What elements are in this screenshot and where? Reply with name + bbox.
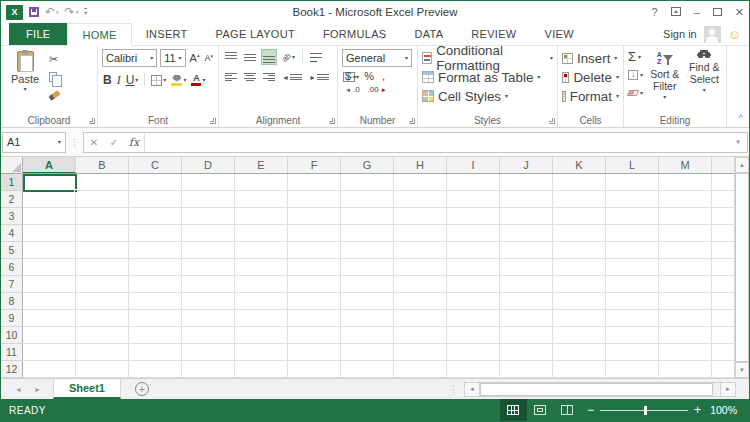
column-header-J[interactable]: J bbox=[500, 157, 553, 173]
feedback-smiley-icon[interactable]: ☺ bbox=[728, 28, 741, 41]
cell-A7[interactable] bbox=[23, 276, 76, 293]
cell-G10[interactable] bbox=[341, 327, 394, 344]
cell-G7[interactable] bbox=[341, 276, 394, 293]
cell-D9[interactable] bbox=[182, 310, 235, 327]
cell-J6[interactable] bbox=[500, 259, 553, 276]
middle-align-button[interactable] bbox=[242, 49, 258, 65]
cell-H5[interactable] bbox=[394, 242, 447, 259]
scroll-up-button[interactable]: ▲ bbox=[735, 157, 749, 173]
fill-handle[interactable] bbox=[74, 189, 78, 193]
wrap-text-button[interactable] bbox=[308, 49, 324, 65]
cell-H8[interactable] bbox=[394, 293, 447, 310]
cell-E6[interactable] bbox=[235, 259, 288, 276]
cell-J4[interactable] bbox=[500, 225, 553, 242]
horizontal-scrollbar[interactable]: ◄ ► bbox=[464, 382, 736, 397]
cell-E12[interactable] bbox=[235, 361, 288, 378]
zoom-level[interactable]: 100% bbox=[707, 404, 749, 416]
tab-insert[interactable]: INSERT bbox=[132, 23, 202, 45]
cell-D6[interactable] bbox=[182, 259, 235, 276]
cell-N6[interactable] bbox=[712, 259, 734, 276]
cell-N9[interactable] bbox=[712, 310, 734, 327]
cell-I8[interactable] bbox=[447, 293, 500, 310]
increase-decimal-button[interactable]: ◄.0 bbox=[345, 86, 360, 94]
italic-button[interactable]: I bbox=[116, 72, 122, 88]
cell-J3[interactable] bbox=[500, 208, 553, 225]
tab-review[interactable]: REVIEW bbox=[457, 23, 530, 45]
cell-I5[interactable] bbox=[447, 242, 500, 259]
cell-E5[interactable] bbox=[235, 242, 288, 259]
row-header-1[interactable]: 1 bbox=[1, 174, 23, 191]
accounting-format-button[interactable]: $▾ bbox=[345, 71, 356, 82]
cell-E9[interactable] bbox=[235, 310, 288, 327]
cell-N8[interactable] bbox=[712, 293, 734, 310]
cell-D4[interactable] bbox=[182, 225, 235, 242]
cell-B9[interactable] bbox=[76, 310, 129, 327]
cell-A10[interactable] bbox=[23, 327, 76, 344]
cell-H9[interactable] bbox=[394, 310, 447, 327]
cell-L2[interactable] bbox=[606, 191, 659, 208]
column-header-H[interactable]: H bbox=[394, 157, 447, 173]
previous-sheet-button[interactable]: ◄ bbox=[15, 386, 22, 393]
zoom-slider-handle[interactable] bbox=[644, 406, 647, 415]
next-sheet-button[interactable]: ► bbox=[34, 386, 41, 393]
cell-I3[interactable] bbox=[447, 208, 500, 225]
fill-button[interactable]: ▾ bbox=[628, 67, 643, 82]
cell-H7[interactable] bbox=[394, 276, 447, 293]
cell-M5[interactable] bbox=[659, 242, 712, 259]
column-header-G[interactable]: G bbox=[341, 157, 394, 173]
cell-B10[interactable] bbox=[76, 327, 129, 344]
cell-F11[interactable] bbox=[288, 344, 341, 361]
cell-M3[interactable] bbox=[659, 208, 712, 225]
zoom-out-button[interactable]: − bbox=[581, 404, 600, 416]
cell-C12[interactable] bbox=[129, 361, 182, 378]
cell-D1[interactable] bbox=[182, 174, 235, 191]
cell-J5[interactable] bbox=[500, 242, 553, 259]
number-format-combo[interactable]: General▾ bbox=[342, 49, 412, 67]
cell-L7[interactable] bbox=[606, 276, 659, 293]
bottom-align-button[interactable] bbox=[261, 49, 277, 65]
cell-M4[interactable] bbox=[659, 225, 712, 242]
row-header-8[interactable]: 8 bbox=[1, 293, 23, 310]
cell-D5[interactable] bbox=[182, 242, 235, 259]
cell-L11[interactable] bbox=[606, 344, 659, 361]
cell-I1[interactable] bbox=[447, 174, 500, 191]
increase-indent-button[interactable]: ► bbox=[307, 69, 331, 85]
cell-M11[interactable] bbox=[659, 344, 712, 361]
cell-F6[interactable] bbox=[288, 259, 341, 276]
minimize-button[interactable]: – bbox=[694, 7, 700, 18]
decrease-font-size-button[interactable]: A▾ bbox=[203, 53, 214, 64]
font-color-button[interactable]: A▾ bbox=[190, 72, 206, 88]
row-header-3[interactable]: 3 bbox=[1, 208, 23, 225]
cell-J7[interactable] bbox=[500, 276, 553, 293]
cell-C10[interactable] bbox=[129, 327, 182, 344]
cut-button[interactable]: ✂ bbox=[49, 52, 62, 66]
formula-bar-splitter[interactable]: ⋮ bbox=[70, 137, 79, 147]
cell-G3[interactable] bbox=[341, 208, 394, 225]
cell-K6[interactable] bbox=[553, 259, 606, 276]
cell-F4[interactable] bbox=[288, 225, 341, 242]
help-button[interactable]: ? bbox=[652, 7, 658, 18]
cell-I12[interactable] bbox=[447, 361, 500, 378]
cell-E10[interactable] bbox=[235, 327, 288, 344]
undo-button[interactable]: ↶▾ bbox=[45, 6, 59, 18]
cell-N2[interactable] bbox=[712, 191, 734, 208]
column-header-L[interactable]: L bbox=[606, 157, 659, 173]
tab-file[interactable]: FILE bbox=[9, 23, 67, 45]
cell-N3[interactable] bbox=[712, 208, 734, 225]
cell-M7[interactable] bbox=[659, 276, 712, 293]
cell-A9[interactable] bbox=[23, 310, 76, 327]
cell-N12[interactable] bbox=[712, 361, 734, 378]
cell-M8[interactable] bbox=[659, 293, 712, 310]
cell-C5[interactable] bbox=[129, 242, 182, 259]
cell-E3[interactable] bbox=[235, 208, 288, 225]
tab-view[interactable]: VIEW bbox=[531, 23, 588, 45]
cell-F7[interactable] bbox=[288, 276, 341, 293]
cell-L8[interactable] bbox=[606, 293, 659, 310]
cell-L1[interactable] bbox=[606, 174, 659, 191]
cancel-button[interactable]: ✕ bbox=[84, 137, 104, 148]
cell-A4[interactable] bbox=[23, 225, 76, 242]
tab-home[interactable]: HOME bbox=[67, 23, 131, 46]
cell-G2[interactable] bbox=[341, 191, 394, 208]
cell-M10[interactable] bbox=[659, 327, 712, 344]
cell-C6[interactable] bbox=[129, 259, 182, 276]
